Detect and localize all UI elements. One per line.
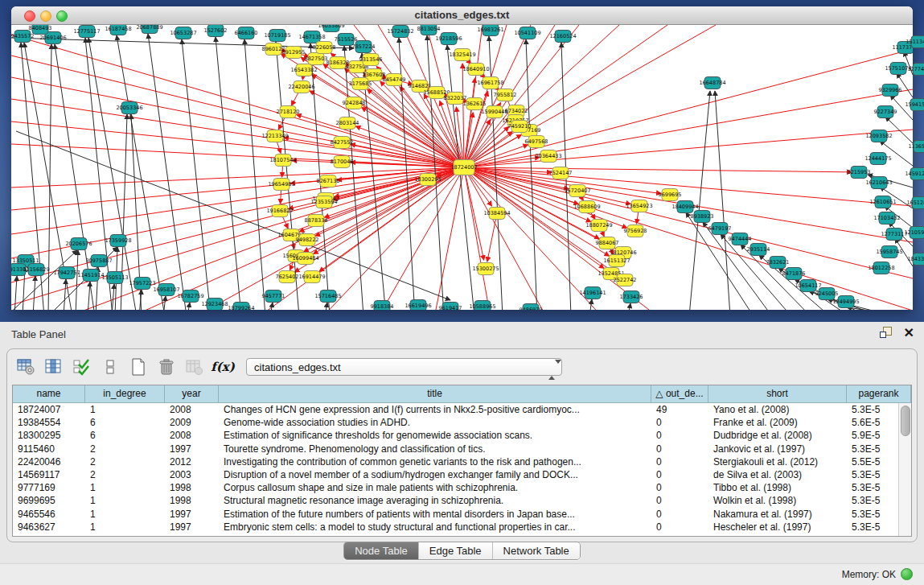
table-vertical-scrollbar[interactable] [898,403,911,536]
window-titlebar[interactable]: citations_edges.txt [11,6,913,25]
column-header-in_degree[interactable]: in_degree [85,385,165,403]
graph-node[interactable]: 18325419 [449,49,475,61]
graph-node[interactable]: 9756928 [624,225,647,237]
graph-node[interactable]: 16210643 [865,177,892,189]
graph-node[interactable]: 7955812 [494,89,517,101]
graph-node[interactable]: 10384594 [483,208,510,220]
graph-node[interactable]: 16961758 [477,77,503,89]
column-header-short[interactable]: short [708,385,847,403]
graph-node[interactable]: 10688609 [573,201,600,213]
graph-node[interactable]: 9918384 [371,301,394,311]
column-header-name[interactable]: name [13,385,85,403]
float-panel-icon[interactable] [880,327,893,339]
graph-node[interactable]: 9329966 [879,84,902,97]
table-row[interactable]: 977716911998Corpus callosum shape and si… [13,481,911,494]
graph-node[interactable]: 8938923 [691,211,714,223]
graph-node[interactable]: 6497568 [525,136,548,148]
table-row[interactable]: 2242004622012Investigating the contribut… [13,455,911,468]
select-rows-icon[interactable] [72,356,92,377]
graph-node[interactable]: 10541109 [514,27,540,39]
graph-node[interactable]: 8267130 [317,175,340,187]
graph-node[interactable]: 8226058 [313,42,336,54]
tab-network-table[interactable]: Network Table [492,542,580,559]
graph-node[interactable]: 20053346 [116,102,142,114]
graph-node[interactable]: 9242848 [343,97,366,109]
column-header-pagerank[interactable]: pagerank [847,385,911,403]
graph-node[interactable]: 18012258 [868,262,894,274]
table-row[interactable]: 1456911722003Disruption of a novel membe… [13,468,911,481]
graph-node[interactable]: 12775117 [73,26,100,38]
graph-node[interactable]: 9457771 [262,290,285,303]
graph-node[interactable]: 15720407 [564,185,590,197]
table-row[interactable]: 1830029562008Estimation of significance … [13,429,911,442]
minimize-window-button[interactable] [40,10,51,22]
table-settings-icon[interactable] [15,356,36,377]
graph-node[interactable]: 20687889 [136,25,162,34]
graph-node[interactable]: 18107544 [269,154,296,167]
close-panel-icon[interactable]: ✕ [904,327,914,339]
graph-node[interactable]: 16033809 [318,25,344,32]
graph-node[interactable]: 18640910 [462,64,489,76]
graph-node[interactable]: 9699695 [659,189,682,201]
graph-node[interactable]: 16648784 [699,77,725,89]
graph-node[interactable]: 12923468 [201,299,228,311]
graph-node[interactable]: 12773117 [881,229,907,241]
delete-icon[interactable] [156,356,177,377]
graph-node[interactable]: 9486979 [519,304,543,311]
graph-node[interactable]: 10719185 [264,30,290,42]
graph-node[interactable]: 9313546 [359,54,383,66]
graph-node[interactable]: 17103432 [873,212,900,225]
graph-node[interactable]: 7524147 [549,167,573,179]
tab-node-table[interactable]: Node Table [344,542,418,559]
network-table-select[interactable]: citations_edges.txt [246,358,562,376]
zoom-window-button[interactable] [56,10,68,22]
graph-node[interactable]: 7625402 [276,271,299,283]
graph-node[interactable]: 14196141 [579,287,606,299]
graph-node[interactable]: 19654985 [268,179,294,191]
graph-node[interactable]: 8454749 [383,74,406,86]
table-row[interactable]: 1938455462009Genome-wide association stu… [13,416,911,429]
graph-node[interactable]: 8427552 [331,137,354,149]
graph-node[interactable]: 17359928 [105,235,131,247]
graph-node[interactable]: 9498222 [296,234,319,246]
graph-node[interactable]: 8813054 [417,25,441,35]
graph-node[interactable]: 8215953 [848,167,871,179]
graph-node[interactable]: 20206576 [65,238,92,250]
network-canvas[interactable]: 9435572206914068408493127751171618745820… [11,25,913,310]
graph-node[interactable]: 2803144 [336,117,359,130]
graph-node[interactable]: 8878334 [305,215,328,227]
row-height-icon[interactable] [100,356,121,377]
graph-node[interactable]: 9884067 [596,237,619,249]
graph-node[interactable]: 2935114 [747,244,770,256]
network-view-window[interactable]: citations_edges.txt 94355722069140684084… [11,6,913,310]
graph-node[interactable]: 18724007 [450,160,477,175]
graph-node[interactable]: 2522742 [614,274,637,286]
table-row[interactable]: 969969511998Structural magnetic resonanc… [13,494,911,507]
graph-node[interactable]: 1527602 [204,25,228,37]
scrollbar-thumb[interactable] [901,406,910,436]
graph-node[interactable]: 6479197 [708,223,732,235]
column-header-title[interactable]: title [219,385,651,403]
table-row[interactable]: 1872400712008Changes of HCN gene express… [13,403,911,416]
graph-node[interactable]: 15300275 [472,263,499,275]
graph-node[interactable]: 9227349 [874,106,897,118]
graph-node[interactable]: 8912955 [282,47,306,59]
graph-node[interactable]: 11451914 [77,270,104,282]
graph-node[interactable]: 13654923 [626,200,652,212]
graph-node[interactable]: 9474444 [729,233,752,245]
table-row[interactable]: 946362711997Embryonic stem cells: a mode… [13,521,911,534]
close-window-button[interactable] [24,10,35,22]
column-header-year[interactable]: year [165,385,219,403]
table-row[interactable]: 946554611997Estimation of the future num… [13,508,911,521]
graph-node[interactable]: 3175685 [349,78,372,90]
column-header-out_degree[interactable]: △ out_de... [651,385,708,403]
graph-node[interactable]: 16958107 [153,284,179,296]
graph-node[interactable]: 12610651 [869,196,896,208]
graph-node[interactable]: 6466160 [235,27,258,39]
graph-node[interactable]: 15716485 [314,290,341,303]
graph-node[interactable]: 16914479 [298,271,325,283]
tab-edge-table[interactable]: Edge Table [418,542,492,559]
graph-node[interactable]: 20364433 [535,150,561,163]
graph-node[interactable]: 8471876 [782,268,806,280]
graph-node[interactable]: 13505113 [101,272,128,284]
